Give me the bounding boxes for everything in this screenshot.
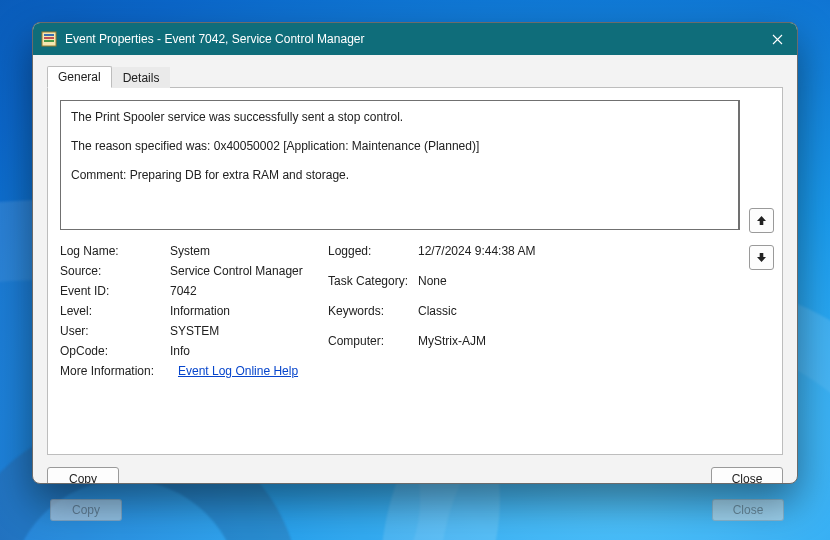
value-keywords: Classic: [418, 304, 648, 328]
tabpage-general: The Print Spooler service was successful…: [47, 87, 783, 455]
label-event-id: Event ID:: [60, 284, 170, 298]
event-log-online-help-link[interactable]: Event Log Online Help: [178, 364, 298, 378]
tabstrip: General Details: [47, 65, 783, 87]
event-description-box[interactable]: The Print Spooler service was successful…: [60, 100, 740, 230]
value-level: Information: [170, 304, 328, 318]
value-user: SYSTEM: [170, 324, 328, 338]
label-user: User:: [60, 324, 170, 338]
svg-rect-1: [44, 34, 54, 36]
value-task-category: None: [418, 274, 648, 298]
background-close-button: Close: [712, 499, 784, 521]
tab-details[interactable]: Details: [112, 67, 171, 88]
record-nav: [749, 208, 774, 270]
value-event-id: 7042: [170, 284, 328, 298]
window-title: Event Properties - Event 7042, Service C…: [65, 32, 757, 46]
label-log-name: Log Name:: [60, 244, 170, 258]
close-icon: [772, 34, 783, 45]
description-line: The reason specified was: 0x40050002 [Ap…: [71, 138, 728, 155]
label-keywords: Keywords:: [328, 304, 418, 328]
previous-event-button[interactable]: [749, 208, 774, 233]
desktop-background: Copy Close Event Properties - Event 7042…: [0, 0, 830, 540]
app-icon: [41, 31, 57, 47]
properties-grid: Log Name: System Source: Service Control…: [60, 244, 770, 358]
label-level: Level:: [60, 304, 170, 318]
value-source: Service Control Manager: [170, 264, 328, 278]
background-copy-button: Copy: [50, 499, 122, 521]
description-line: Comment: Preparing DB for extra RAM and …: [71, 167, 728, 184]
event-properties-dialog: Event Properties - Event 7042, Service C…: [32, 22, 798, 484]
svg-rect-2: [44, 37, 54, 39]
label-more-information: More Information:: [60, 364, 170, 378]
tab-general[interactable]: General: [47, 66, 112, 88]
label-opcode: OpCode:: [60, 344, 170, 358]
close-button[interactable]: Close: [711, 467, 783, 484]
dialog-footer: Copy Close: [33, 467, 797, 484]
description-line: The Print Spooler service was successful…: [71, 109, 728, 126]
titlebar[interactable]: Event Properties - Event 7042, Service C…: [33, 23, 797, 55]
value-opcode: Info: [170, 344, 328, 358]
next-event-button[interactable]: [749, 245, 774, 270]
copy-button[interactable]: Copy: [47, 467, 119, 484]
arrow-down-icon: [756, 252, 767, 263]
more-information-row: More Information: Event Log Online Help: [60, 364, 770, 378]
dialog-client-area: General Details The Print Spooler servic…: [33, 55, 797, 467]
label-source: Source:: [60, 264, 170, 278]
value-log-name: System: [170, 244, 328, 258]
value-computer: MyStrix-AJM: [418, 334, 648, 358]
value-logged: 12/7/2024 9:44:38 AM: [418, 244, 648, 268]
label-computer: Computer:: [328, 334, 418, 358]
svg-rect-3: [44, 40, 54, 42]
arrow-up-icon: [756, 215, 767, 226]
label-logged: Logged:: [328, 244, 418, 268]
window-close-button[interactable]: [757, 23, 797, 55]
label-task-category: Task Category:: [328, 274, 418, 298]
